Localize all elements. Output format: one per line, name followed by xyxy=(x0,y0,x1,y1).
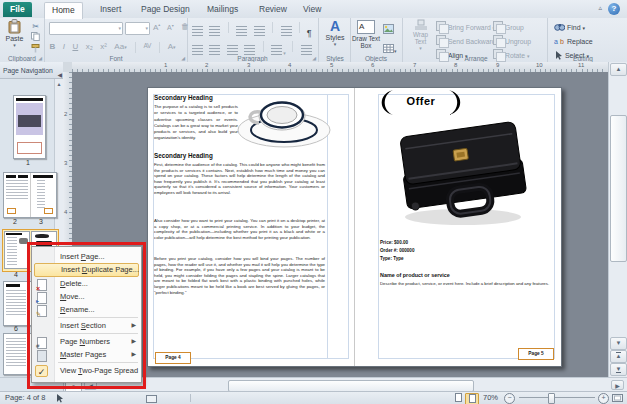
clipboard-dialog-launcher[interactable]: ◢ xyxy=(38,55,42,61)
thumbnail-page-1[interactable] xyxy=(13,95,46,159)
copy-button[interactable] xyxy=(29,32,42,44)
paste-icon xyxy=(8,19,21,34)
briefcase-image[interactable] xyxy=(393,115,535,229)
shrink-font-button[interactable]: A▾ xyxy=(167,23,174,31)
page-context-menu: Insert Page... Insert Duplicate Page... … xyxy=(31,246,142,383)
align-center-button[interactable] xyxy=(209,45,220,55)
font-size-dropdown-icon[interactable]: ▾ xyxy=(145,25,148,31)
draw-text-box-label: Draw Text Box xyxy=(351,35,381,49)
font-name-dropdown-icon[interactable]: ▾ xyxy=(118,25,121,31)
decrease-indent-button[interactable] xyxy=(236,26,247,36)
offer-starburst[interactable]: Offer xyxy=(377,89,465,116)
paste-dropdown-arrow[interactable]: ▾ xyxy=(2,42,27,48)
zoom-slider-track[interactable] xyxy=(519,397,595,398)
italic-button[interactable]: I xyxy=(63,42,65,51)
styles-button[interactable]: A Styles ▾ xyxy=(320,19,350,47)
menu-item-page-numbers[interactable]: # Page Numbers ▶ xyxy=(32,335,141,348)
replace-button[interactable]: ab Replace xyxy=(554,35,593,48)
find-button[interactable]: Find ▾ xyxy=(554,21,585,34)
send-backward-button[interactable]: Send Backward ▾ xyxy=(436,35,500,48)
two-page-spread-view-button[interactable] xyxy=(465,393,479,404)
scroll-right-icon[interactable]: ▶ xyxy=(611,380,624,390)
tab-mailings[interactable]: Mailings xyxy=(200,2,245,17)
styles-label: Styles xyxy=(320,34,350,41)
zoom-in-icon[interactable]: + xyxy=(598,393,609,404)
thumbnail-pages-2-3[interactable] xyxy=(3,172,57,218)
superscript-button[interactable]: x² xyxy=(100,42,107,51)
menu-item-move[interactable]: ▸ Move... xyxy=(32,290,141,303)
character-spacing-button[interactable]: AV xyxy=(144,42,151,49)
menu-item-delete[interactable]: × Delete... xyxy=(32,277,141,290)
font-name-combo[interactable]: ▾ xyxy=(49,22,123,35)
coffee-cup-image[interactable] xyxy=(234,90,334,150)
previous-page-icon[interactable]: ▲ xyxy=(610,350,627,363)
ungroup-button[interactable]: Ungroup xyxy=(493,35,531,48)
group-label-arrange: Arrange xyxy=(405,55,547,62)
increase-indent-button[interactable] xyxy=(254,26,265,36)
tab-home[interactable]: Home xyxy=(44,2,83,19)
next-page-icon[interactable]: ▼ xyxy=(610,363,627,376)
cut-button[interactable]: ✂ xyxy=(29,21,42,32)
tab-page-design[interactable]: Page Design xyxy=(134,2,197,17)
font-color-button[interactable]: A▾ xyxy=(168,42,176,51)
zoom-out-icon[interactable]: − xyxy=(504,393,515,404)
divider xyxy=(299,22,300,33)
numbering-button[interactable] xyxy=(209,26,220,36)
menu-item-insert-section[interactable]: Insert Section ▶ xyxy=(32,319,141,332)
format-painter-icon xyxy=(31,44,40,53)
page-4[interactable]: Secondary Heading The purpose of a catal… xyxy=(148,88,354,366)
page-4-number-box[interactable]: Page 4 xyxy=(155,352,191,364)
help-icon[interactable]: ? xyxy=(608,3,620,15)
thumbnail-label-1: 1 xyxy=(26,159,30,166)
justify-button[interactable] xyxy=(244,45,255,55)
font-dialog-launcher[interactable]: ◢ xyxy=(181,55,185,61)
align-right-button[interactable] xyxy=(227,45,238,55)
vertical-scrollbar[interactable]: ▲ ▼ ▲ ▼ xyxy=(608,62,627,377)
vertical-scroll-thumb[interactable] xyxy=(610,115,627,262)
zoom-slider-thumb[interactable] xyxy=(548,393,555,404)
columns-button[interactable] xyxy=(281,26,292,36)
picture-icon xyxy=(383,24,394,34)
scroll-down-icon[interactable]: ▼ xyxy=(610,337,627,350)
nav-scroll-up-icon[interactable]: ▲ xyxy=(55,81,63,87)
borders-button[interactable] xyxy=(301,45,312,55)
draw-text-box-button[interactable]: A Draw Text Box xyxy=(351,19,381,49)
line-spacing-button[interactable] xyxy=(271,45,282,55)
menu-item-insert-duplicate-page[interactable]: Insert Duplicate Page... xyxy=(34,263,139,277)
group-button[interactable]: Group xyxy=(493,21,524,34)
single-page-view-button[interactable] xyxy=(452,393,464,403)
document-workspace: Secondary Heading The purpose of a catal… xyxy=(72,72,608,377)
find-icon xyxy=(554,23,565,32)
font-size-combo[interactable]: ▾ xyxy=(125,22,150,35)
tab-file[interactable]: File xyxy=(3,2,32,17)
paste-button[interactable]: Paste ▾ xyxy=(2,19,27,48)
underline-button[interactable]: U xyxy=(72,42,78,51)
scroll-up-icon[interactable]: ▲ xyxy=(610,63,627,76)
insert-picture-button[interactable] xyxy=(383,20,400,38)
bullets-button[interactable] xyxy=(192,26,203,36)
wrap-text-button[interactable]: Wrap Text ▾ xyxy=(407,19,434,51)
two-page-spread[interactable]: Secondary Heading The purpose of a catal… xyxy=(147,87,562,367)
tab-review[interactable]: Review xyxy=(252,2,294,17)
change-case-button[interactable]: Aa▾ xyxy=(114,42,126,51)
subscript-button[interactable]: x₂ xyxy=(86,42,93,51)
grow-font-button[interactable]: A▴ xyxy=(153,22,160,32)
tab-insert[interactable]: Insert xyxy=(93,2,128,17)
minimize-ribbon-icon[interactable]: ▵ xyxy=(598,4,602,12)
menu-item-insert-page[interactable]: Insert Page... xyxy=(32,250,141,263)
page-5-number-box[interactable]: Page 5 xyxy=(518,348,554,360)
paragraph-dialog-launcher[interactable]: ◢ xyxy=(312,55,316,61)
menu-item-master-pages[interactable]: Master Pages ▶ xyxy=(32,348,141,361)
page-indicator[interactable]: Page: 4 of 8 xyxy=(5,393,45,402)
bring-forward-button[interactable]: Bring Forward ▾ xyxy=(436,21,495,34)
divider xyxy=(292,41,293,52)
fit-page-icon[interactable] xyxy=(612,394,623,402)
show-paragraph-marks-button[interactable]: ¶ xyxy=(307,28,312,38)
tab-view[interactable]: View xyxy=(296,2,328,17)
align-left-button[interactable] xyxy=(192,45,203,55)
zoom-percent[interactable]: 70% xyxy=(483,393,498,402)
menu-item-view-two-page-spread[interactable]: ✓ View Two-Page Spread xyxy=(32,364,141,378)
page-5[interactable]: Offer xyxy=(354,88,561,366)
bold-button[interactable]: B xyxy=(50,42,56,51)
menu-item-rename[interactable]: ✎ Rename... xyxy=(32,303,141,316)
